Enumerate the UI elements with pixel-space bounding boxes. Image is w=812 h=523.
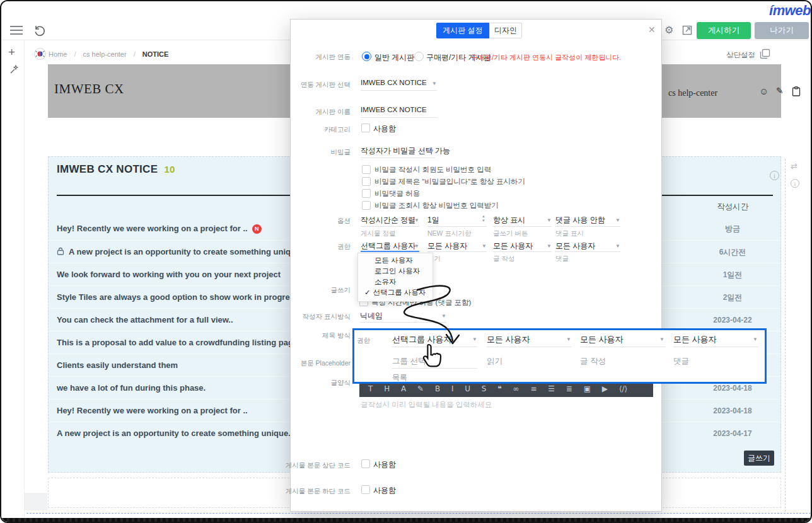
menu-item[interactable]: 모든 사용자 — [358, 255, 432, 266]
board-name-label: 게시판 이름 — [275, 108, 351, 117]
board-name-input[interactable]: IMWEB CX NOTICE — [361, 106, 427, 113]
option-label: 옵션 — [275, 217, 351, 226]
radio-review-board[interactable] — [414, 52, 424, 61]
secret-option-checkbox[interactable] — [362, 189, 371, 198]
linked-board-label: 연동 게시판 선택 — [275, 81, 351, 89]
post-title[interactable]: Hey! Recently we were working on a proje… — [57, 224, 248, 233]
perm-comment-select[interactable]: 모든 사용자 — [555, 241, 595, 251]
breadcrumb-site[interactable]: cs help-center — [83, 50, 127, 58]
new-period-sub-label: NEW 표시기한 — [427, 229, 471, 238]
highlight-read-select[interactable]: 모든 사용자 — [487, 334, 530, 345]
perm-write-select[interactable]: 모든 사용자 — [493, 241, 533, 251]
bottom-code-label: 게시물 본문 하단 코드 — [275, 487, 351, 496]
secret-option-checkbox[interactable] — [362, 177, 371, 186]
left-rail — [1, 40, 25, 523]
add-block-icon[interactable]: + — [8, 45, 15, 59]
publish-button[interactable]: 게시하기 — [697, 22, 751, 39]
perm-comment-sub-label: 댓글 — [555, 255, 569, 263]
check-icon: ✓ — [364, 289, 371, 296]
tab-design[interactable]: 디자인 — [489, 23, 522, 38]
hand-cursor-icon — [419, 342, 445, 372]
smiley-icon[interactable]: ☺ — [759, 86, 768, 96]
secret-post-select[interactable]: 작성자가 비밀글 선택 가능 — [361, 146, 450, 156]
lock-icon — [57, 247, 64, 255]
magic-wand-icon[interactable] — [9, 64, 19, 74]
category-label: 카테고리 — [275, 125, 351, 134]
sort-select[interactable]: 작성시간순 정렬 — [361, 215, 415, 226]
breadcrumb-home[interactable]: Home — [49, 50, 67, 58]
linked-board-select[interactable]: IMWEB CX NOTICE — [361, 79, 427, 86]
board-post-count: 10 — [164, 164, 175, 175]
board-link-label: 게시판 연동 — [275, 53, 351, 62]
time-column-header: 작성시간 — [695, 196, 770, 217]
new-period-stepper[interactable]: 1일 — [427, 215, 439, 226]
edit-pencil-icon[interactable]: ✎ — [776, 86, 784, 96]
page-right-guide — [785, 159, 786, 512]
category-use-label: 사용함 — [373, 124, 396, 134]
swap-template-icon[interactable]: ⇄ — [791, 161, 798, 171]
highlight-write-select[interactable]: 모든 사용자 — [580, 334, 624, 345]
hamburger-menu-icon[interactable] — [9, 25, 23, 35]
bottom-code-checkbox[interactable] — [361, 485, 370, 494]
top-setting-label[interactable]: 상단설정 — [726, 50, 755, 60]
page-bottom-guide — [26, 513, 811, 514]
comment-select[interactable]: 댓글 사용 안함 — [555, 215, 605, 226]
post-time: 방금 — [695, 217, 770, 240]
body-placeholder-label: 본문 Placeholder — [275, 359, 351, 368]
site-favicon-korea-flag — [34, 48, 46, 60]
post-time: 1일전 — [695, 263, 770, 286]
perm-write-sub-label: 글 작성 — [493, 255, 514, 263]
perm-read-select[interactable]: 모든 사용자 — [427, 241, 467, 251]
top-code-checkbox[interactable] — [361, 459, 370, 468]
secret-option-checkbox[interactable] — [362, 165, 371, 174]
secret-option-label: 비밀글 조회시 항상 비밀번호 입력받기 — [374, 201, 499, 210]
open-external-icon[interactable] — [682, 25, 692, 35]
banner-site-name: cs help-center — [668, 88, 717, 98]
group-list-label: 목록 — [392, 372, 407, 383]
section-info-icon[interactable]: i — [770, 171, 779, 180]
write-button-select[interactable]: 항상 표시 — [493, 215, 525, 226]
breadcrumb-page[interactable]: NOTICE — [142, 50, 169, 58]
bottom-code-use-label: 사용함 — [373, 485, 396, 496]
comment-sub-label: 댓글 표시 — [555, 229, 584, 238]
menu-item[interactable]: 로그인 사용자 — [358, 266, 432, 277]
top-code-label: 게시물 본문 상단 코드 — [275, 461, 351, 470]
app-window: ímweb ⚙ 게시하기 나가기 + Home / cs help-center… — [0, 0, 812, 523]
radio-general-label: 일반 게시판 — [374, 52, 414, 63]
clipboard-icon[interactable] — [792, 86, 801, 96]
chevron-down-icon: ▼ — [482, 243, 487, 249]
close-icon[interactable]: ✕ — [648, 25, 656, 35]
radio-general-board[interactable] — [362, 52, 371, 61]
tab-board-settings[interactable]: 게시판 설정 — [436, 23, 489, 38]
stepper-arrows-icon[interactable]: ▲▼ — [482, 214, 485, 223]
post-title[interactable]: A new project is an opportunity to creat… — [69, 247, 303, 256]
pages-icon[interactable] — [760, 49, 770, 59]
annotation-arrow — [380, 277, 480, 353]
read-sub-label: 읽기 — [487, 356, 502, 367]
undo-icon[interactable] — [33, 23, 47, 37]
rail-footer-block — [25, 493, 47, 510]
secret-option-checkbox[interactable] — [362, 201, 371, 210]
chevron-down-icon: ▼ — [432, 81, 437, 86]
highlight-comment-select[interactable]: 모든 사용자 — [673, 334, 717, 345]
breadcrumb-sep2: / — [134, 50, 136, 58]
author-display-label: 작성자 표시방식 — [275, 313, 351, 321]
chevron-down-icon: ▼ — [753, 336, 758, 342]
category-use-checkbox[interactable] — [361, 124, 370, 132]
info-icon[interactable]: i — [791, 179, 799, 188]
top-code-use-label: 사용함 — [373, 459, 396, 470]
chevron-down-icon: ▼ — [414, 217, 419, 223]
board-settings-modal — [290, 19, 662, 512]
board-title: IMWEB CX NOTICE 10 — [57, 163, 175, 176]
write-post-button[interactable]: 글쓰기 — [744, 451, 774, 466]
highlight-permission-label: 권한 — [301, 336, 370, 345]
chevron-down-icon: ▼ — [429, 148, 434, 154]
exit-button[interactable]: 나가기 — [755, 22, 809, 39]
banner-title: IMWEB CX — [54, 81, 124, 97]
chevron-down-icon: ▼ — [659, 336, 664, 342]
perm-group-select[interactable]: 선택그룹 사용자 — [361, 241, 415, 251]
imweb-logo: ímweb — [758, 3, 811, 19]
editor-placeholder[interactable]: 글작성시 미리 입력될 내용을 입력하세요 — [361, 400, 492, 410]
gear-icon[interactable]: ⚙ — [664, 24, 673, 36]
chevron-down-icon: ▼ — [414, 243, 419, 249]
